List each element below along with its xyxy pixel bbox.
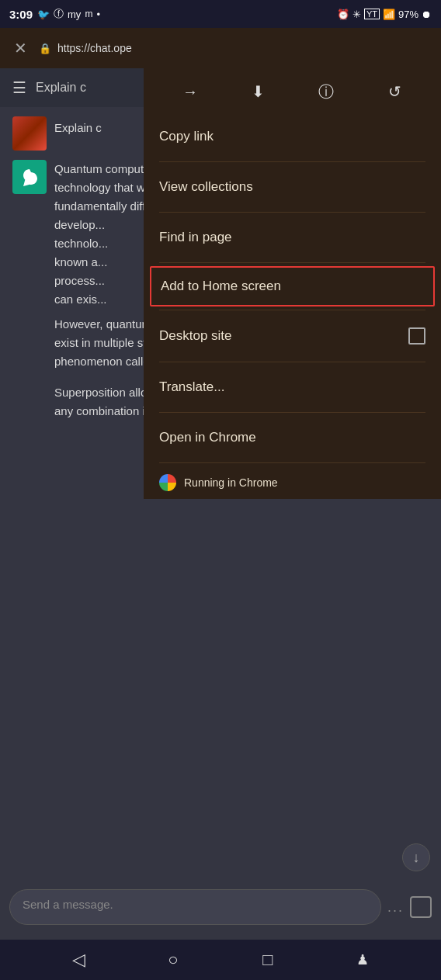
status-bar: 3:09 🐦 ⓕ my m • ⏰ ✳ YT 📶 97% ⏺ — [0, 0, 441, 28]
browser-chrome: ✕ 🔒 https://chat.ope — [0, 28, 441, 68]
divider-6 — [159, 412, 425, 413]
chrome-badge-text: Running in Chrome — [184, 476, 278, 489]
divider-4 — [159, 310, 425, 310]
info-icon[interactable]: ⓘ — [309, 74, 343, 109]
app-icon-4: m — [85, 9, 92, 19]
divider-3 — [159, 262, 425, 263]
dot-icon: • — [96, 9, 100, 20]
divider-7 — [159, 462, 425, 463]
desktop-site-item[interactable]: Desktop site — [144, 313, 441, 358]
forward-icon[interactable]: → — [173, 74, 207, 109]
open-in-chrome-label: Open in Chrome — [159, 430, 256, 445]
view-collections-label: View collections — [159, 179, 253, 195]
close-tab-button[interactable]: ✕ — [8, 36, 33, 61]
find-in-page-label: Find in page — [159, 230, 232, 245]
bluetooth-icon: ✳ — [352, 9, 361, 20]
signal-icon: 📶 — [383, 9, 395, 20]
view-collections-item[interactable]: View collections — [144, 165, 441, 209]
status-time: 3:09 — [9, 8, 33, 21]
chrome-badge: Running in Chrome — [144, 466, 441, 499]
copy-link-item[interactable]: Copy link — [144, 115, 441, 158]
lock-icon: 🔒 — [39, 43, 51, 54]
status-app-icons: 🐦 ⓕ my m • — [37, 7, 100, 21]
twitter-icon: 🐦 — [37, 9, 50, 20]
status-right-icons: ⏰ ✳ YT 📶 97% ⏺ — [337, 9, 432, 20]
main-content: ☰ Explain c Explain c Quantum computing … — [0, 68, 441, 980]
battery-percentage: 97% — [398, 9, 418, 20]
divider-5 — [159, 362, 425, 362]
translate-item[interactable]: Translate... — [144, 365, 441, 409]
refresh-icon[interactable]: ↺ — [377, 74, 411, 109]
alarm-icon: ⏰ — [337, 9, 349, 20]
divider-2 — [159, 212, 425, 213]
desktop-site-checkbox[interactable] — [408, 327, 425, 345]
find-in-page-item[interactable]: Find in page — [144, 216, 441, 259]
copy-link-label: Copy link — [159, 129, 214, 144]
chrome-logo-icon — [159, 474, 176, 491]
dropdown-overlay: → ⬇ ⓘ ↺ Copy link View collections Find … — [0, 68, 441, 980]
add-to-home-screen-label: Add to Home screen — [161, 279, 281, 294]
youtube-icon: YT — [364, 9, 380, 19]
desktop-site-label: Desktop site — [159, 328, 232, 344]
add-to-home-screen-item[interactable]: Add to Home screen — [150, 266, 435, 306]
url-bar[interactable]: https://chat.ope — [57, 42, 433, 54]
divider-1 — [159, 161, 425, 162]
dropdown-top-bar: → ⬇ ⓘ ↺ — [144, 68, 441, 115]
app-icon-2: ⓕ — [54, 7, 64, 21]
battery-icon: ⏺ — [422, 9, 432, 20]
dropdown-menu: Copy link View collections Find in page … — [144, 115, 441, 499]
open-in-chrome-item[interactable]: Open in Chrome — [144, 416, 441, 459]
download-icon[interactable]: ⬇ — [241, 74, 276, 109]
translate-label: Translate... — [159, 379, 224, 395]
app-icon-3: my — [68, 9, 81, 20]
